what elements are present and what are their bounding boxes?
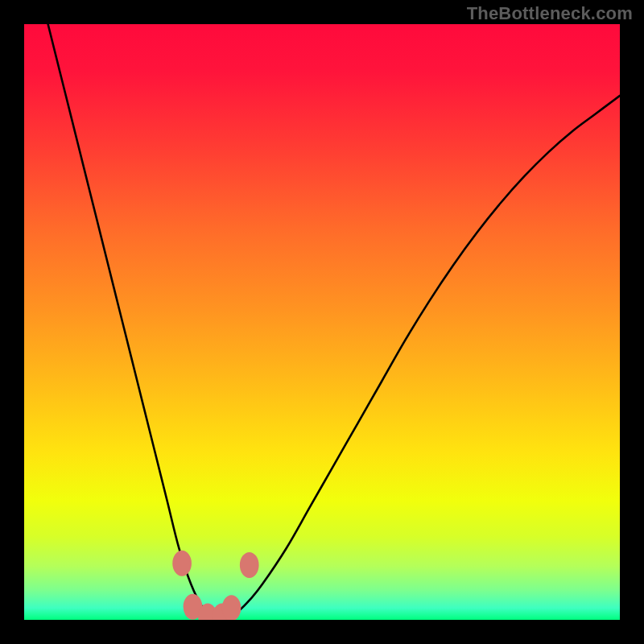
watermark-text: TheBottleneck.com bbox=[467, 3, 633, 24]
curve-marker-3 bbox=[213, 604, 232, 620]
curve-marker-5 bbox=[240, 552, 259, 578]
curve-marker-4 bbox=[222, 595, 242, 620]
bottleneck-chart-svg bbox=[24, 24, 620, 620]
curve-marker-2 bbox=[198, 604, 217, 620]
curve-marker-1 bbox=[184, 594, 203, 620]
curve-marker-0 bbox=[172, 551, 192, 576]
curve-markers-group bbox=[172, 551, 258, 620]
chart-plot-area bbox=[24, 24, 620, 620]
bottleneck-curve-path bbox=[48, 24, 620, 620]
